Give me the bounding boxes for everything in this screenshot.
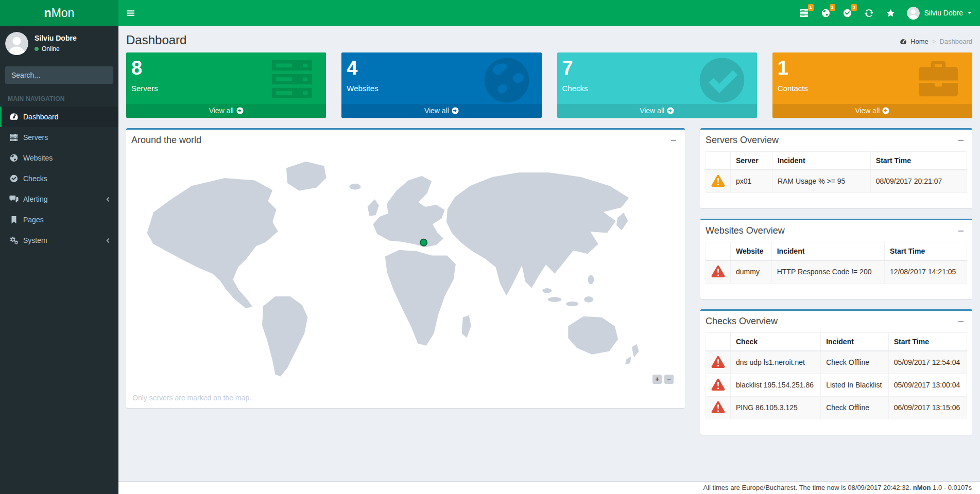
sidebar: Silviu Dobre Online MAIN NAVIGATION Dash… bbox=[0, 26, 118, 494]
stat-label: Checks bbox=[562, 84, 752, 93]
start-time-cell: 05/09/2017 13:00:04 bbox=[888, 374, 967, 396]
checks-overview-panel: Checks Overview Check Incident bbox=[700, 309, 972, 435]
arrow-circle-right-icon bbox=[882, 107, 889, 114]
warning-triangle-icon bbox=[711, 378, 725, 391]
map-panel-title: Around the world bbox=[131, 135, 201, 146]
warning-triangle-icon bbox=[711, 356, 725, 368]
search-button[interactable] bbox=[111, 66, 113, 84]
checks-notifications-button[interactable]: 3 bbox=[837, 0, 858, 26]
warning-triangle-icon bbox=[711, 265, 725, 277]
collapse-panel-button[interactable] bbox=[955, 135, 967, 146]
view-all-label: View all bbox=[855, 107, 880, 115]
column-header: Incident bbox=[771, 242, 884, 260]
gauge-icon bbox=[900, 39, 907, 45]
brand-bold: n bbox=[44, 6, 51, 20]
check-circle-icon bbox=[9, 174, 19, 183]
refresh-icon bbox=[865, 9, 873, 17]
warning-triangle-icon bbox=[711, 174, 725, 187]
user-status[interactable]: Online bbox=[35, 45, 77, 52]
page-title: Dashboard bbox=[126, 33, 186, 47]
sidebar-item-checks[interactable]: Checks bbox=[0, 168, 118, 189]
stat-label: Servers bbox=[131, 84, 321, 93]
column-header: Incident bbox=[772, 151, 870, 170]
column-header: Start Time bbox=[884, 242, 967, 260]
column-header: Check bbox=[731, 332, 821, 351]
websites-notifications-button[interactable]: 1 bbox=[815, 0, 837, 26]
footer-brand: nMon bbox=[913, 484, 931, 491]
sidebar-item-alerting[interactable]: Alerting bbox=[0, 189, 118, 209]
notification-badge: 3 bbox=[851, 4, 857, 11]
gears-icon bbox=[9, 236, 19, 244]
map-zoom-controls: + − bbox=[652, 375, 674, 384]
incident-cell: Check Offline bbox=[821, 396, 889, 419]
arrow-circle-right-icon bbox=[452, 107, 459, 114]
sidebar-user-panel: Silviu Dobre Online bbox=[0, 26, 118, 61]
stat-value: 7 bbox=[562, 58, 752, 79]
online-dot-icon bbox=[35, 47, 39, 51]
table-row: blacklist 195.154.251.86 Listed In Black… bbox=[706, 374, 967, 396]
navbar: 1 1 3 Silviu Dobre bbox=[118, 0, 980, 26]
favorites-button[interactable] bbox=[880, 0, 902, 26]
start-time-cell: 05/09/2017 12:54:04 bbox=[888, 351, 967, 374]
collapse-panel-button[interactable] bbox=[955, 316, 967, 327]
globe-icon bbox=[9, 154, 19, 162]
server-map-marker[interactable] bbox=[420, 239, 427, 245]
stat-box-checks: 7 Checks View all bbox=[557, 52, 757, 118]
start-time-cell: 12/08/2017 14:21:05 bbox=[884, 260, 967, 284]
stat-box-websites: 4 Websites View all bbox=[341, 52, 541, 118]
overview-column: Servers Overview Server Incident bbox=[700, 128, 972, 445]
breadcrumb-home-link[interactable]: Home bbox=[910, 38, 929, 45]
sidebar-item-system[interactable]: System bbox=[0, 230, 118, 251]
map-zoom-out-button[interactable]: − bbox=[664, 375, 674, 384]
start-time-cell: 08/09/2017 20:21:07 bbox=[870, 170, 967, 193]
globe-icon bbox=[821, 9, 830, 17]
panel-title: Websites Overview bbox=[706, 225, 785, 236]
table-row: dns udp ls1.neroit.net Check Offline 05/… bbox=[706, 351, 967, 374]
user-status-label: Online bbox=[42, 45, 60, 52]
breadcrumb-separator: > bbox=[932, 38, 936, 45]
sidebar-item-label: Websites bbox=[23, 154, 53, 162]
sidebar-search-form bbox=[5, 66, 113, 84]
refresh-button[interactable] bbox=[858, 0, 880, 26]
sidebar-section-header: MAIN NAVIGATION bbox=[0, 89, 118, 107]
view-all-websites-link[interactable]: View all bbox=[341, 104, 541, 118]
search-input[interactable] bbox=[5, 66, 111, 84]
view-all-checks-link[interactable]: View all bbox=[557, 104, 757, 118]
sidebar-item-label: Checks bbox=[23, 174, 47, 183]
arrow-circle-right-icon bbox=[236, 107, 244, 114]
user-avatar bbox=[907, 7, 920, 20]
user-name: Silviu Dobre bbox=[924, 9, 963, 17]
check-circle-icon bbox=[843, 9, 852, 17]
star-icon bbox=[886, 9, 895, 17]
view-all-label: View all bbox=[209, 107, 234, 115]
world-map[interactable] bbox=[131, 151, 680, 389]
column-header: Website bbox=[731, 242, 772, 260]
navbar-right: 1 1 3 Silviu Dobre bbox=[794, 0, 980, 26]
sidebar-item-websites[interactable]: Websites bbox=[0, 148, 118, 168]
chevron-left-icon bbox=[105, 197, 111, 202]
server-name-cell: px01 bbox=[731, 170, 772, 193]
view-all-contacts-link[interactable]: View all bbox=[772, 104, 972, 118]
continents bbox=[147, 161, 639, 377]
stat-box-row: 8 Servers View all 4 Websites View all bbox=[118, 52, 980, 118]
footer-version: 1.0 - 0.0107s bbox=[933, 484, 972, 491]
column-header: Start Time bbox=[870, 151, 967, 170]
sidebar-item-servers[interactable]: Servers bbox=[0, 127, 118, 148]
sidebar-toggle-button[interactable] bbox=[118, 0, 142, 26]
incident-cell: RAM Usage % >= 95 bbox=[772, 170, 870, 193]
servers-notifications-button[interactable]: 1 bbox=[794, 0, 815, 26]
arrow-circle-right-icon bbox=[667, 107, 674, 114]
sidebar-item-dashboard[interactable]: Dashboard bbox=[0, 107, 118, 127]
user-menu[interactable]: Silviu Dobre bbox=[902, 0, 980, 26]
stat-box-contacts: 1 Contacts View all bbox=[772, 52, 972, 118]
brand-logo[interactable]: nMon bbox=[0, 0, 118, 26]
breadcrumb-current: Dashboard bbox=[939, 38, 972, 45]
collapse-panel-button[interactable] bbox=[667, 135, 680, 146]
minus-icon bbox=[958, 319, 964, 325]
collapse-panel-button[interactable] bbox=[955, 225, 967, 237]
view-all-servers-link[interactable]: View all bbox=[126, 104, 326, 118]
minus-icon bbox=[958, 228, 964, 234]
stat-label: Websites bbox=[347, 84, 536, 93]
sidebar-item-pages[interactable]: Pages bbox=[0, 209, 118, 230]
map-zoom-in-button[interactable]: + bbox=[652, 375, 662, 384]
